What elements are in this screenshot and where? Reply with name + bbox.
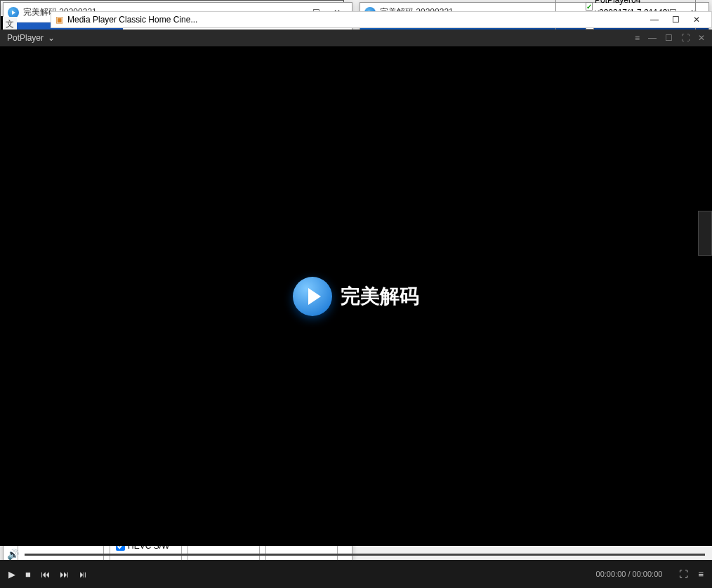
player-controls: ▶ ■ ⏮ ⏭ ⏯ 00:00:00 / 00:00:00 ⛶ ≡ xyxy=(0,560,712,588)
close-button[interactable]: ✕ xyxy=(698,33,705,43)
minimize-button[interactable]: — xyxy=(648,33,657,43)
play-icon xyxy=(293,277,332,316)
media-player-window: ▣ MPC-BE 文 ▣ Media Player Classic Home C… xyxy=(0,0,344,302)
progress-bar[interactable]: 🔊 xyxy=(7,549,705,560)
minimize-button[interactable]: — xyxy=(644,15,665,25)
side-panel[interactable] xyxy=(698,211,712,256)
volume-icon[interactable]: 🔊 xyxy=(7,549,19,560)
mpc-hc-titlebar[interactable]: ▣ Media Player Classic Home Cine... — ☐ … xyxy=(51,11,712,28)
stop-button[interactable]: ■ xyxy=(25,569,31,580)
prev-button[interactable]: ⏮ xyxy=(41,569,50,580)
mpc-hc-title: Media Player Classic Home Cine... xyxy=(67,15,197,25)
mpc-hc-icon: ▣ xyxy=(55,15,63,25)
next-button[interactable]: ⏭ xyxy=(60,569,69,580)
maximize-button[interactable]: ☐ xyxy=(665,33,673,43)
checkbox[interactable] xyxy=(586,2,593,11)
brand-name: 完美解码 xyxy=(341,283,419,310)
potplayer-title: PotPlayer xyxy=(7,33,44,43)
fullscreen-icon[interactable]: ⛶ xyxy=(679,569,688,580)
volume-track[interactable] xyxy=(25,554,705,556)
step-button[interactable]: ⏯ xyxy=(79,569,88,580)
potplayer-titlebar[interactable]: PotPlayer ⌄ ≡ — ☐ ⛶ ✕ xyxy=(0,30,712,46)
menu-icon[interactable]: ≡ xyxy=(698,569,704,580)
dropdown-icon[interactable]: ⌄ xyxy=(48,33,55,43)
maximize-button[interactable]: ☐ xyxy=(665,15,686,25)
pin-icon[interactable]: ≡ xyxy=(635,33,640,43)
video-area[interactable]: 完美解码 xyxy=(0,46,712,546)
fullscreen-button[interactable]: ⛶ xyxy=(681,33,690,43)
play-button[interactable]: ▶ xyxy=(8,569,15,580)
close-button[interactable]: ✕ xyxy=(686,15,707,25)
time-display: 00:00:00 / 00:00:00 xyxy=(596,570,663,578)
